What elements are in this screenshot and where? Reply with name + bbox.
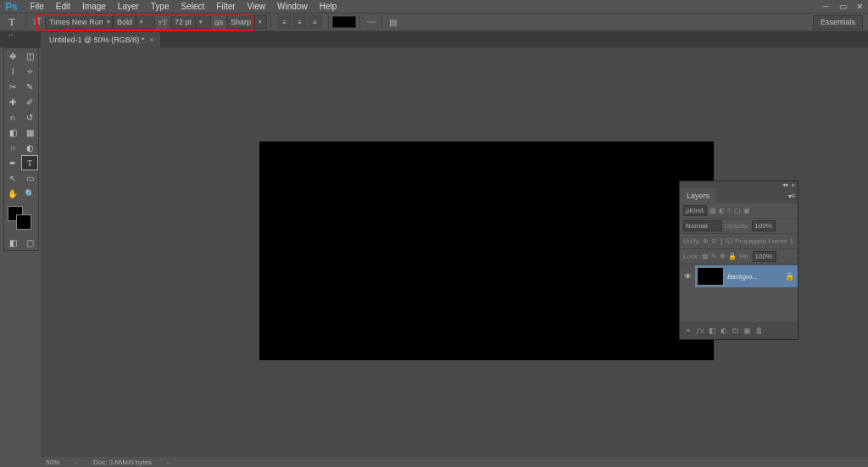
- marquee-tool[interactable]: ◫: [21, 48, 38, 64]
- path-tool[interactable]: ↖: [4, 170, 21, 186]
- unify-pos-icon[interactable]: ⊕: [703, 237, 709, 245]
- panel-menu-icon[interactable]: ▾≡: [786, 188, 798, 203]
- menu-image[interactable]: Image: [76, 2, 112, 11]
- layer-lock-icon[interactable]: 🔒: [785, 272, 794, 281]
- menu-help[interactable]: Help: [314, 2, 343, 11]
- new-fill-adj-icon[interactable]: ◐: [721, 326, 727, 335]
- screenmode-tool[interactable]: ▢: [21, 235, 38, 250]
- quickmask-tool[interactable]: ◧: [4, 235, 21, 250]
- move-tool[interactable]: ✥: [4, 48, 21, 64]
- menu-layer[interactable]: Layer: [112, 2, 145, 11]
- minimize-button[interactable]: ─: [817, 0, 834, 13]
- background-color[interactable]: [16, 214, 31, 230]
- doc-info[interactable]: Doc: 3.66M/0 bytes: [93, 459, 152, 466]
- lock-trans-icon[interactable]: ▦: [702, 253, 709, 260]
- close-tab-icon[interactable]: ×: [149, 36, 153, 44]
- menu-filter[interactable]: Filter: [210, 2, 241, 11]
- blend-mode-dropdown[interactable]: Normal: [683, 220, 722, 231]
- history-brush-tool[interactable]: ↺: [21, 109, 38, 125]
- filter-kind-dropdown[interactable]: ρ Kind: [683, 205, 707, 216]
- anti-alias-value: Sharp: [227, 18, 254, 26]
- font-style-dropdown[interactable]: Bold ▾: [113, 15, 155, 29]
- anti-alias-dropdown[interactable]: Sharp ▾: [226, 15, 267, 29]
- filter-type-icon[interactable]: T: [727, 207, 732, 214]
- options-bar: T ⦀T Times New Rom... ▾ Bold ▾ тT 72 pt …: [0, 13, 868, 31]
- new-layer-icon[interactable]: ▣: [743, 326, 751, 335]
- lock-pixel-icon[interactable]: ✎: [711, 253, 717, 260]
- zoom-tool[interactable]: 🔍: [21, 186, 38, 201]
- opacity-input[interactable]: 100%: [752, 220, 776, 231]
- propagate-checkbox[interactable]: ☑: [726, 237, 732, 245]
- app-logo: Ps: [5, 1, 18, 13]
- text-align-group: ≡ ≡ ≡: [277, 15, 322, 29]
- character-panel-button[interactable]: ▤: [386, 15, 400, 29]
- menu-window[interactable]: Window: [271, 2, 314, 11]
- document-canvas[interactable]: [259, 142, 714, 360]
- current-tool-icon[interactable]: T: [5, 15, 19, 29]
- eyedropper-tool[interactable]: ✎: [21, 79, 38, 94]
- layer-row[interactable]: 👁 Backgro... 🔒: [680, 264, 798, 288]
- font-size-dropdown[interactable]: 72 pt ▾: [170, 15, 211, 29]
- lasso-tool[interactable]: ⌇: [4, 64, 21, 79]
- fill-input[interactable]: 100%: [753, 251, 776, 262]
- shape-tool[interactable]: ▭: [21, 170, 38, 186]
- panel-handle[interactable]: ◂▸ ×: [680, 181, 798, 188]
- close-button[interactable]: ✕: [851, 0, 868, 13]
- maximize-button[interactable]: ▭: [834, 0, 851, 13]
- chevron-down-icon: ▾: [136, 16, 146, 28]
- font-family-dropdown[interactable]: Times New Rom... ▾: [45, 15, 113, 29]
- layer-item-background[interactable]: Backgro... 🔒: [695, 265, 798, 287]
- layer-name: Backgro...: [727, 273, 782, 281]
- workspace-dropdown[interactable]: Essentials: [813, 15, 863, 30]
- zoom-level[interactable]: 50%: [46, 459, 59, 466]
- filter-pixel-icon[interactable]: ▦: [709, 207, 716, 214]
- link-layers-icon[interactable]: ⚭: [685, 326, 692, 335]
- layer-thumbnail[interactable]: [697, 267, 724, 286]
- align-left-button[interactable]: ≡: [277, 15, 292, 29]
- text-color-swatch[interactable]: [332, 16, 356, 28]
- menu-bar: Ps File Edit Image Layer Type Select Fil…: [0, 0, 868, 13]
- new-group-icon[interactable]: 🗀: [732, 326, 739, 335]
- lock-all-icon[interactable]: 🔒: [728, 253, 737, 260]
- add-mask-icon[interactable]: ◧: [709, 326, 716, 335]
- color-swatches[interactable]: [4, 204, 38, 235]
- hand-tool[interactable]: ✋: [4, 186, 21, 201]
- filter-smart-icon[interactable]: ▣: [743, 207, 750, 214]
- chevron-down-icon: ▾: [103, 16, 112, 28]
- align-right-button[interactable]: ≡: [308, 15, 322, 29]
- filter-shape-icon[interactable]: ▢: [734, 207, 741, 214]
- stamp-tool[interactable]: ⎌: [4, 109, 21, 125]
- delete-layer-icon[interactable]: 🗑: [755, 326, 763, 335]
- gradient-tool[interactable]: ▦: [21, 125, 38, 140]
- menu-select[interactable]: Select: [175, 2, 211, 11]
- type-tool[interactable]: T: [21, 155, 38, 170]
- menu-edit[interactable]: Edit: [50, 2, 76, 11]
- layers-tab[interactable]: Layers: [680, 188, 716, 203]
- magic-wand-tool[interactable]: ✧: [21, 64, 38, 79]
- menu-view[interactable]: View: [242, 2, 272, 11]
- brush-tool[interactable]: ✐: [21, 94, 38, 109]
- layer-fx-icon[interactable]: ƒx: [696, 326, 704, 335]
- document-tabs: Untitled-1 @ 50% (RGB/8) * ×: [0, 31, 868, 47]
- menu-file[interactable]: File: [25, 2, 50, 11]
- crop-tool[interactable]: ✂: [4, 79, 21, 94]
- eraser-tool[interactable]: ◧: [4, 125, 21, 140]
- menu-type[interactable]: Type: [145, 2, 175, 11]
- document-tab[interactable]: Untitled-1 @ 50% (RGB/8) * ×: [41, 32, 160, 47]
- layer-visibility-icon[interactable]: 👁: [680, 272, 695, 281]
- collapse-icon[interactable]: ‹‹: [8, 31, 13, 39]
- pen-tool[interactable]: ✒: [4, 155, 21, 170]
- warp-text-button[interactable]: 〰: [364, 15, 378, 29]
- layer-filter-row: ρ Kind ▦ ◐ T ▢ ▣: [680, 203, 798, 219]
- dodge-tool[interactable]: ◐: [21, 140, 38, 155]
- collapse-arrow-icon[interactable]: ◂▸: [782, 181, 789, 188]
- filter-adjust-icon[interactable]: ◐: [719, 207, 725, 214]
- lock-pos-icon[interactable]: ✥: [720, 253, 726, 260]
- unify-vis-icon[interactable]: ⊙: [711, 237, 717, 245]
- fill-label: Fill:: [739, 253, 749, 260]
- healing-tool[interactable]: ✚: [4, 94, 21, 109]
- unify-style-icon[interactable]: ƒ: [720, 237, 723, 245]
- text-orientation-icon[interactable]: ⦀T: [30, 15, 45, 29]
- align-center-button[interactable]: ≡: [292, 15, 307, 29]
- blur-tool[interactable]: ○: [4, 140, 21, 155]
